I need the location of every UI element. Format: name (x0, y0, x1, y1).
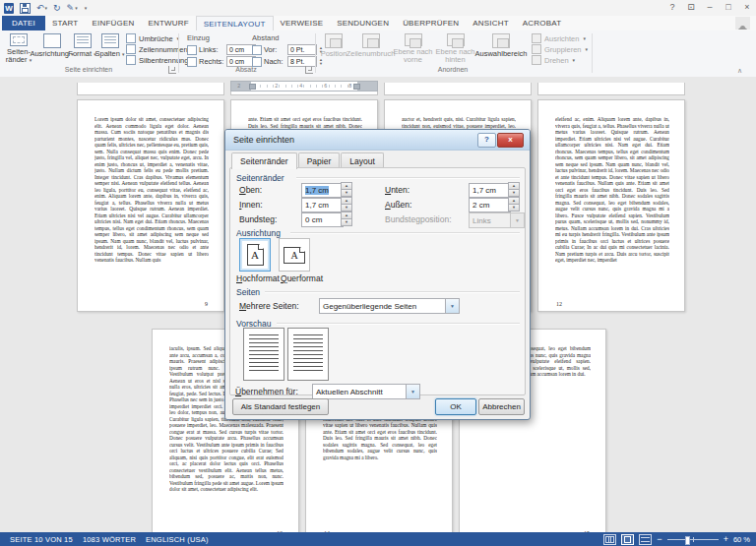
oben-value: 1,7 cm (305, 186, 329, 195)
cancel-button[interactable]: Abbrechen (478, 398, 525, 415)
chevron-down-icon[interactable]: ▾ (75, 3, 78, 13)
pen-tool-icon[interactable]: ✎▾ (67, 3, 78, 13)
group-label-anordnen: Anordnen (404, 66, 502, 73)
document-page[interactable]: eleifend ac, enim. Aliquam lorem ante, d… (537, 99, 685, 312)
indent-icon (187, 45, 197, 55)
ribbon-field-indent-links-[interactable]: Links:0 cm▲▼ (187, 44, 262, 55)
redo-icon[interactable]: ↻ (53, 3, 61, 13)
group-label-seite-einrichten: Seite einrichten (39, 66, 138, 73)
line-numbers-icon (126, 44, 136, 54)
ribbon-display-options-icon[interactable]: ⊡ (686, 2, 696, 12)
tab-datei[interactable]: DATEI (2, 16, 45, 30)
dialog-help-button[interactable]: ? (477, 133, 496, 148)
multiple-pages-select[interactable]: Gegenüberliegende Seiten▼ (319, 298, 460, 314)
chevron-down-icon[interactable]: ▾ (45, 3, 48, 13)
ribbon-button-umbrüche[interactable]: Umbrüche▾ (126, 33, 179, 43)
bundsteg-value: 0 cm (305, 215, 322, 224)
language-indicator[interactable]: ENGLISCH (USA) (146, 535, 209, 544)
landscape-icon: A (284, 247, 305, 264)
dialog-tab-layout[interactable]: Layout (341, 152, 384, 168)
tab-sendungen[interactable]: SENDUNGEN (330, 16, 396, 30)
page-indicator[interactable]: SEITE 10 VON 15 (10, 535, 73, 544)
tab-verweise[interactable]: VERWEISE (274, 16, 331, 30)
aussen-input[interactable]: 2 cm (469, 198, 511, 212)
ribbon-button-seitenränder[interactable]: Seiten-ränder ▾ (3, 32, 34, 64)
unten-input[interactable]: 1,7 cm (469, 183, 511, 198)
maximize-icon[interactable]: □ (724, 2, 733, 12)
innen-value: 1,7 cm (305, 201, 329, 210)
margins-group-heading: Seitenränder (236, 173, 284, 183)
dialog-tab-papier[interactable]: Papier (298, 152, 341, 168)
zoom-out-icon[interactable]: − (657, 535, 662, 544)
bundsteg-spinner[interactable]: ▲▼ (341, 212, 352, 226)
ribbon-button-format[interactable]: Format ▾ (69, 32, 95, 64)
document-page[interactable]: Lorem ipsum dolor sit amet, consectetuer… (77, 99, 224, 312)
tab-einfügen[interactable]: EINFÜGEN (85, 16, 141, 30)
unten-spinner[interactable]: ▲▼ (508, 182, 520, 197)
oben-spinner[interactable]: ▲▼ (341, 182, 352, 197)
status-bar: SEITE 10 VON 15 1083 WÖRTER ENGLISCH (US… (0, 532, 756, 546)
apply-to-value: Aktuellen Abschnitt (316, 388, 383, 396)
undo-icon[interactable]: ↶▾ (36, 3, 47, 13)
innen-input[interactable]: 1,7 cm (301, 198, 344, 212)
ribbon-button-ausrichten: Ausrichten▾ (532, 33, 586, 43)
chevron-down-icon: ▾ (583, 35, 586, 41)
zoom-level[interactable]: 60 % (733, 535, 750, 544)
apply-to-label: Übernehmen für: (235, 387, 298, 396)
user-avatar[interactable] (735, 17, 750, 30)
preview-page-right (287, 328, 329, 381)
qat-customize-icon[interactable]: ▾ (85, 5, 88, 11)
minimize-icon[interactable]: – (705, 2, 715, 12)
word-count[interactable]: 1083 WÖRTER (83, 535, 136, 544)
ribbon-button-spalten[interactable]: Spalten ▾ (96, 32, 123, 64)
innen-spinner[interactable]: ▲▼ (341, 197, 352, 212)
tab-entwurf[interactable]: ENTWURF (141, 16, 195, 30)
help-icon[interactable]: ? (667, 2, 677, 12)
page-bottom-strip (384, 83, 532, 95)
ruler-number: 2 (275, 83, 278, 88)
print-layout-icon[interactable] (621, 534, 634, 545)
tab-seitenlayout[interactable]: SEITENLAYOUT (196, 16, 274, 30)
drehen-icon (532, 55, 541, 65)
bundstegposition-select: Links▼ (469, 212, 525, 228)
indent-marker-left[interactable] (249, 84, 256, 90)
zeilenumbruch-icon (362, 33, 380, 48)
apply-to-select[interactable]: Aktuellen Abschnitt▼ (312, 384, 420, 399)
oben-input[interactable]: 1,7 cm (301, 183, 344, 198)
web-layout-icon[interactable] (639, 534, 652, 545)
read-mode-icon[interactable] (603, 534, 616, 545)
dialog-tab-seitenraender[interactable]: Seitenränder (231, 152, 297, 169)
chevron-down-icon: ▾ (586, 46, 589, 52)
dialog-close-button[interactable]: x (497, 133, 524, 148)
aussen-label: Außen: (385, 200, 411, 210)
zoom-slider-thumb[interactable] (685, 536, 690, 545)
ribbon-button-zeilennummern[interactable]: Zeilennummern▾ (126, 44, 197, 54)
tab-ansicht[interactable]: ANSICHT (466, 16, 516, 30)
breaks-icon (126, 33, 136, 43)
ribbon-field-spacing-vor-[interactable]: Vor:0 Pt.▲▼ (252, 44, 323, 55)
ribbon-button-auswahlbereich[interactable]: Auswahlbereich (477, 32, 525, 64)
horizontal-ruler[interactable]: 2 2468 (230, 81, 378, 91)
indent-marker-right[interactable] (353, 84, 360, 90)
pages-group-heading: Seiten (236, 287, 260, 297)
save-icon[interactable] (20, 3, 31, 14)
portrait-option[interactable]: A (239, 238, 271, 272)
tab-start[interactable]: START (45, 16, 85, 30)
zoom-in-icon[interactable]: + (724, 535, 728, 544)
ribbon-button-silbentrennung[interactable]: Silbentrennung▾ (126, 55, 195, 65)
close-icon[interactable]: × (742, 2, 752, 12)
dialog-launcher-seite-einrichten[interactable] (168, 66, 176, 74)
zoom-slider[interactable] (667, 539, 719, 540)
collapse-ribbon-icon[interactable]: ∧ (737, 67, 742, 75)
portrait-label: Hochformat (236, 273, 280, 283)
ok-button[interactable]: OK (435, 398, 476, 415)
landscape-option[interactable]: A (279, 238, 310, 272)
bundsteg-input[interactable]: 0 cm (301, 212, 344, 227)
aussen-spinner[interactable]: ▲▼ (508, 197, 520, 212)
tab-überprüfen[interactable]: ÜBERPRÜFEN (396, 16, 466, 30)
ribbon-button-ausrichtung[interactable]: Ausrichtung ▾ (35, 32, 68, 64)
set-default-button[interactable]: Als Standard festlegen (232, 398, 329, 415)
page-bottom-strip (77, 83, 224, 95)
tab-acrobat[interactable]: ACROBAT (516, 16, 568, 30)
dialog-launcher-absatz[interactable] (305, 66, 313, 74)
